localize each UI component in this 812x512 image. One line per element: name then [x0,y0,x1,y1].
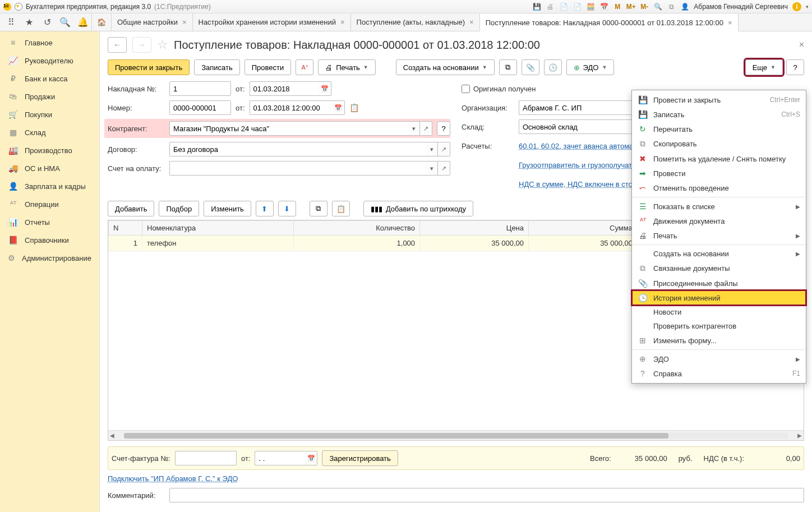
close-icon[interactable]: × [728,19,732,27]
info-icon[interactable]: i [792,2,801,11]
menu-item[interactable]: Новости [632,305,806,319]
print-icon[interactable]: 🖨 [546,2,555,11]
calendar-icon[interactable]: 📅 [319,81,331,96]
nav-forward-button[interactable]: → [132,37,151,53]
save-icon[interactable]: 💾 [532,2,541,11]
sidebar-item[interactable]: ₽Банк и касса [0,70,99,87]
contract-input[interactable] [169,142,426,156]
edo-connect-link[interactable]: Подключить "ИП Абрамов Г. С." к ЭДО [108,474,238,483]
m-plus-icon[interactable]: M+ [626,2,635,11]
number-date-input[interactable] [250,100,333,115]
comment-input[interactable] [169,488,804,502]
open-icon[interactable]: ↗ [420,121,432,136]
menu-item[interactable]: ᴬᵀДвижения документа [632,214,806,228]
close-icon[interactable]: × [340,18,345,26]
apps-icon[interactable]: ⠿ [2,13,20,31]
change-button[interactable]: Изменить [204,201,251,216]
tab-receipt-doc[interactable]: Поступление товаров: Накладная 0000-0000… [479,14,739,31]
m-icon[interactable]: M [613,2,622,11]
create-based-button[interactable]: Создать на основании▼ [396,59,495,75]
doc2-icon[interactable]: 📄 [573,2,582,11]
caret-icon[interactable]: ▾ [408,121,420,136]
favorite-toggle[interactable]: ☆ [157,38,168,52]
menu-item[interactable]: 📎Присоединенные файлы [632,276,806,290]
sidebar-item[interactable]: 📕Справочники [0,231,99,249]
caret-icon[interactable]: ▾ [426,161,438,176]
register-button[interactable]: Зарегистрировать [322,450,398,466]
move-up-button[interactable]: ⬆ [256,201,274,216]
sidebar-item[interactable]: 🏭Производство [0,141,99,159]
menu-item[interactable]: Создать на основании▶ [632,247,806,261]
write-button[interactable]: Записать [194,59,240,75]
sidebar-item[interactable]: 📊Отчеты [0,213,99,231]
invoice-date-input[interactable] [250,81,319,96]
calendar-icon[interactable]: 📅 [305,451,317,465]
horizontal-scrollbar[interactable]: ◀ ▶ [108,430,804,440]
menu-item[interactable]: ⧉Скопировать [632,136,806,151]
tab-home[interactable]: 🏠 [91,13,112,31]
menu-item[interactable]: ⊕ЭДО▶ [632,352,806,366]
column-header[interactable]: Номенклатура [142,221,294,236]
sidebar-item[interactable]: 📈Руководителю [0,52,99,70]
column-header[interactable]: Сумма [529,221,638,236]
caret-icon[interactable]: ▾ [426,142,438,156]
sidebar-item[interactable]: 🚚ОС и НМА [0,159,99,177]
column-header[interactable]: N [109,221,142,236]
open-icon[interactable]: ↗ [438,161,450,176]
select-button[interactable]: Подбор [159,201,199,216]
calendar-icon[interactable]: 📅 [599,2,608,11]
consignor-link[interactable]: Грузоотправитель и грузополучатель [519,161,644,169]
scroll-right-icon[interactable]: ▶ [796,432,804,439]
menu-item[interactable]: ➡Провести [632,166,806,181]
menu-item[interactable]: ↻Перечитать [632,122,806,136]
paste-rows-button[interactable]: 📋 [332,201,350,216]
post-button[interactable]: Провести [244,59,292,75]
sidebar-item[interactable]: 🛍Продажи [0,87,99,105]
print-button[interactable]: 🖨Печать▼ [318,59,376,75]
post-and-close-button[interactable]: Провести и закрыть [108,59,190,75]
menu-item[interactable]: ⧉Связанные документы [632,261,806,276]
close-icon[interactable]: × [182,18,187,26]
add-barcode-button[interactable]: ▮▮▮Добавить по штрихкоду [363,201,473,216]
contragent-help-button[interactable]: ? [437,121,450,136]
sidebar-item[interactable]: ▦Склад [0,123,99,141]
tab-receipts[interactable]: Поступление (акты, накладные)× [350,13,480,31]
sidebar-item[interactable]: ≡Главное [0,34,99,52]
page-close-button[interactable]: × [799,40,804,50]
scroll-left-icon[interactable]: ◀ [108,432,116,439]
history-button[interactable]: 🕓 [544,59,562,75]
menu-item[interactable]: 💾ЗаписатьCtrl+S [632,107,806,122]
copy-rows-button[interactable]: ⧉ [310,201,327,216]
menu-item[interactable]: ✖Пометить на удаление / Снять пометку [632,151,806,166]
calc-icon[interactable]: 🧮 [586,2,595,11]
notifications-icon[interactable]: 🔔 [74,13,92,31]
sf-no-input[interactable] [175,451,237,465]
tab-settings[interactable]: Общие настройки× [111,13,193,31]
windows-icon[interactable]: ⧉ [667,2,676,11]
search-icon[interactable]: 🔍 [56,13,74,31]
favorites-icon[interactable]: ★ [20,13,38,31]
add-row-button[interactable]: Добавить [108,201,154,216]
menu-item[interactable]: Проверить контрагентов [632,319,806,333]
invoice-no-input[interactable] [169,81,231,96]
original-received-checkbox[interactable]: Оригинал получен [462,85,536,93]
number-input[interactable] [169,100,231,115]
edo-button[interactable]: ⊕ЭДО▼ [566,59,615,75]
calendar-icon[interactable]: 📅 [333,100,345,115]
doc1-icon[interactable]: 📄 [559,2,568,11]
related-docs-button[interactable]: ⧉ [499,59,517,75]
column-header[interactable]: Количество [294,221,420,236]
menu-item[interactable]: ?СправкаF1 [632,366,806,381]
column-header[interactable]: Цена [420,221,529,236]
menu-item[interactable]: ☰Показать в списке▶ [632,199,806,214]
invoice-pay-input[interactable] [169,161,426,176]
open-icon[interactable]: ↗ [438,142,450,156]
menu-item[interactable]: 🕓История изменений [632,290,806,305]
help-button[interactable]: ? [786,59,804,75]
tab-history-settings[interactable]: Настройки хранения истории изменений× [192,13,351,31]
dropdown-icon[interactable] [15,3,22,11]
menu-item[interactable]: 💾Провести и закрытьCtrl+Enter [632,93,806,107]
history-icon[interactable]: ↺ [38,13,56,31]
menu-item[interactable]: 🖨Печать▶ [632,228,806,243]
attach-button[interactable]: 📎 [522,59,539,75]
